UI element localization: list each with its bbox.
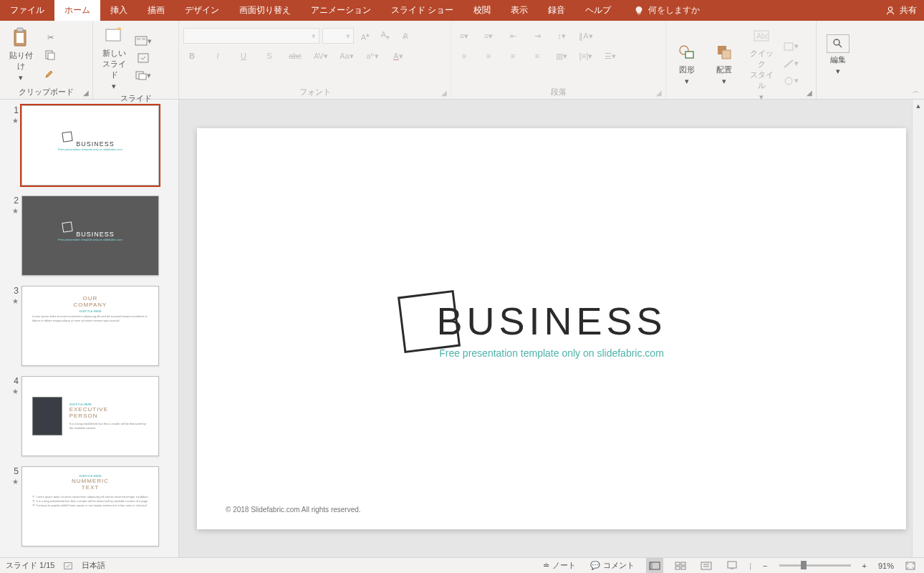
numbering-button[interactable]: ≡▾: [480, 28, 497, 44]
svg-rect-20: [784, 43, 793, 50]
tell-me-search[interactable]: 何をしますか: [624, 0, 710, 21]
copy-button[interactable]: [42, 47, 59, 63]
italic-button[interactable]: I: [209, 48, 226, 64]
slide-thumbnail-pane[interactable]: 1★ BUSINESS Free presentation template o…: [0, 100, 179, 557]
quick-styles-button[interactable]: Abc クイック スタイル ▾: [745, 24, 778, 103]
slide-canvas[interactable]: BUSINESS Free presentation template only…: [179, 100, 924, 557]
char-spacing-button[interactable]: AV▾: [312, 48, 329, 64]
align-left-icon: ≡: [462, 52, 466, 60]
tab-draw[interactable]: 描画: [138, 0, 175, 21]
thumbnail-row: 5★ SUBTITLE HERE NUMMERIC TEXT ① Lorem i…: [9, 466, 170, 546]
slide-counter[interactable]: スライド 1/15: [6, 560, 54, 571]
format-painter-button[interactable]: [42, 64, 59, 80]
cut-button[interactable]: ✂: [42, 30, 59, 46]
editing-button[interactable]: 編集 ▾: [824, 33, 852, 77]
tab-slideshow[interactable]: スライド ショー: [381, 0, 463, 21]
shadow-button[interactable]: S: [261, 48, 278, 64]
tab-help[interactable]: ヘルプ: [575, 0, 621, 21]
shapes-button[interactable]: 図形 ▾: [670, 40, 703, 87]
shape-effects-button[interactable]: ▾: [782, 73, 799, 89]
scroll-up-button[interactable]: ▲: [913, 100, 924, 112]
tab-review[interactable]: 校閲: [463, 0, 501, 21]
sorter-view-button[interactable]: [672, 558, 689, 574]
tab-file[interactable]: ファイル: [0, 0, 54, 21]
notes-button[interactable]: ≐ノート: [540, 558, 579, 574]
normal-view-button[interactable]: [646, 558, 663, 574]
tab-animations[interactable]: アニメーション: [301, 0, 381, 21]
tab-design[interactable]: デザイン: [175, 0, 229, 21]
font-family-combo[interactable]: ▾: [183, 28, 319, 44]
underline-button[interactable]: U: [235, 48, 252, 64]
text-direction-button[interactable]: ‖A▾: [577, 28, 595, 44]
zoom-slider[interactable]: [779, 564, 851, 567]
tab-recording[interactable]: 録音: [538, 0, 575, 21]
collapse-ribbon-button[interactable]: ︿: [913, 86, 920, 96]
comments-button[interactable]: 💬コメント: [587, 558, 637, 574]
zoom-level[interactable]: 91%: [878, 562, 894, 570]
new-slide-icon: [103, 25, 125, 47]
increase-font-button[interactable]: A▴: [357, 28, 374, 44]
tab-view[interactable]: 表示: [501, 0, 538, 21]
strike-button[interactable]: abc: [287, 48, 304, 64]
svg-rect-29: [675, 562, 680, 565]
align-center-button[interactable]: ≡: [480, 48, 497, 64]
spellcheck-icon[interactable]: [63, 561, 73, 571]
current-slide[interactable]: BUSINESS Free presentation template only…: [197, 128, 906, 529]
decrease-font-button[interactable]: A▾: [377, 28, 394, 44]
zoom-in-button[interactable]: +: [860, 558, 870, 574]
shapes-label: 図形: [679, 64, 695, 75]
bold-button[interactable]: B: [183, 48, 201, 64]
slideshow-view-button[interactable]: [723, 558, 741, 574]
clear-format-button[interactable]: A̷: [397, 28, 414, 44]
share-button[interactable]: 共有: [885, 4, 917, 16]
thumb-title: BUSINESS: [76, 231, 115, 238]
align-right-button[interactable]: ≡: [504, 48, 521, 64]
new-slide-button[interactable]: 新しい スライド ▾: [97, 24, 130, 92]
change-case-button[interactable]: Aa▾: [338, 48, 355, 64]
vertical-scrollbar[interactable]: ▲: [912, 100, 924, 557]
font-size-combo[interactable]: ▾: [322, 28, 354, 44]
group-paragraph-label: 段落: [456, 86, 661, 97]
tab-insert[interactable]: 挿入: [100, 0, 138, 21]
bold-icon: B: [189, 52, 195, 60]
language-indicator[interactable]: 日本語: [82, 560, 105, 571]
increase-indent-button[interactable]: ⇥: [529, 28, 546, 44]
layout-button[interactable]: ▾: [135, 33, 152, 49]
smartart-icon: ☰: [605, 52, 612, 61]
slide-thumbnail-5[interactable]: SUBTITLE HERE NUMMERIC TEXT ① Lorem ipsu…: [21, 466, 159, 546]
slide-thumbnail-2[interactable]: BUSINESS Free presentation template only…: [21, 196, 159, 276]
arrange-button[interactable]: 配置 ▾: [708, 40, 741, 87]
decrease-indent-button[interactable]: ⇤: [504, 28, 521, 44]
line-spacing-button[interactable]: ↕▾: [553, 28, 570, 44]
align-text-button[interactable]: [≡]▾: [577, 48, 595, 64]
clipboard-launcher[interactable]: ◢: [81, 87, 91, 97]
paste-button[interactable]: 貼り付け ▾: [4, 26, 37, 84]
shape-fill-button[interactable]: ▾: [782, 39, 799, 54]
reading-view-button[interactable]: [698, 558, 715, 574]
svg-rect-8: [135, 37, 147, 45]
bullets-button[interactable]: ≡▾: [456, 28, 473, 44]
chevron-down-icon: ▾: [346, 32, 350, 41]
align-left-button[interactable]: ≡: [456, 48, 473, 64]
reset-button[interactable]: [135, 50, 152, 66]
shape-outline-button[interactable]: ▾: [782, 56, 799, 72]
zoom-out-button[interactable]: −: [760, 558, 770, 574]
slide-thumbnail-4[interactable]: SUBTITLE HERE EXECUTIVE PERSON It is a l…: [21, 376, 159, 456]
smartart-button[interactable]: ☰▾: [602, 48, 619, 64]
fit-to-window-button[interactable]: [903, 558, 918, 574]
section-button[interactable]: ▾: [135, 67, 152, 83]
highlight-button[interactable]: aᵇ▾: [364, 48, 381, 64]
font-launcher[interactable]: ◢: [439, 87, 449, 97]
zoom-thumb[interactable]: [801, 561, 807, 569]
ribbon: 貼り付け ▾ ✂ クリップボード ◢ 新しい スライド ▾ ▾: [0, 21, 924, 100]
tab-transitions[interactable]: 画面切り替え: [229, 0, 301, 21]
drawing-launcher[interactable]: ◢: [804, 87, 814, 97]
font-color-button[interactable]: A▾: [390, 48, 407, 64]
slide-thumbnail-1[interactable]: BUSINESS Free presentation template only…: [21, 105, 159, 186]
tab-home[interactable]: ホーム: [54, 0, 100, 21]
group-slides-label: スライド: [97, 92, 174, 104]
paragraph-launcher[interactable]: ◢: [654, 87, 664, 97]
columns-button[interactable]: ▥▾: [553, 48, 570, 64]
justify-button[interactable]: ≡: [529, 48, 546, 64]
slide-thumbnail-3[interactable]: OUR COMPANY SUBTITLE HERE Lorem ipsum do…: [21, 286, 159, 366]
